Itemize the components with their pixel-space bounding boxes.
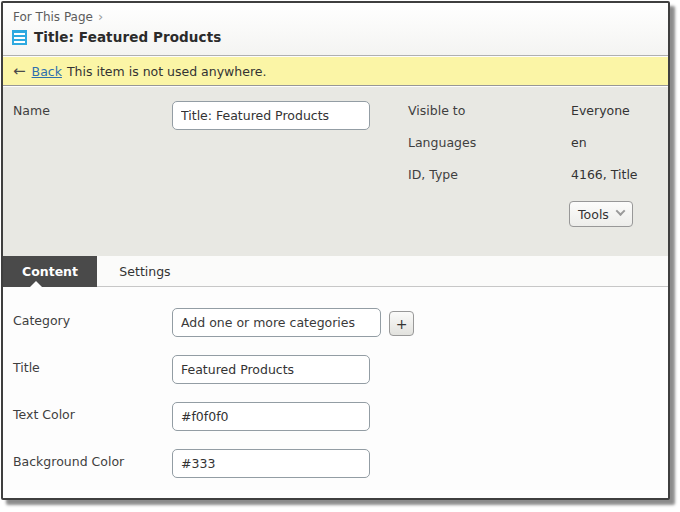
name-label: Name [13,103,50,118]
id-type-label: ID, Type [408,167,458,182]
breadcrumb: For This Page › [13,9,103,24]
visible-to-value: Everyone [571,103,630,118]
add-category-button[interactable]: + [389,311,414,336]
form-row-background-color: Background Color [3,449,668,479]
chevron-right-icon: › [98,9,103,24]
background-color-label: Background Color [13,454,124,469]
languages-label: Languages [408,135,476,150]
back-arrow-icon[interactable]: ← [13,64,26,79]
meta-panel: Name Visible to Everyone Languages en ID… [3,87,668,256]
content-form: Category + Title Text Color Background C… [3,288,668,498]
text-color-input[interactable] [172,402,370,431]
text-color-label: Text Color [13,407,75,422]
form-row-title: Title [3,355,668,385]
tools-button[interactable]: Tools [569,201,633,227]
title-label: Title [13,360,40,375]
chevron-down-icon [615,206,625,216]
category-input[interactable] [172,308,381,337]
title-input[interactable] [172,355,370,384]
form-row-category: Category + [3,308,668,338]
form-row-text-color: Text Color [3,402,668,432]
tab-content[interactable]: Content [3,256,97,287]
background-color-input[interactable] [172,449,370,478]
title-row: Title: Featured Products [12,29,221,45]
category-label: Category [13,313,70,328]
visible-to-label: Visible to [408,103,465,118]
breadcrumb-link[interactable]: For This Page [13,10,93,24]
notice-bar: ← Back This item is not used anywhere. [3,57,668,86]
header: For This Page › Title: Featured Products [3,3,668,56]
languages-value: en [571,135,587,150]
name-input[interactable] [172,101,370,130]
tools-button-label: Tools [578,207,609,222]
tab-bar: Content Settings [3,256,668,287]
back-link[interactable]: Back [32,64,62,79]
notice-message: This item is not used anywhere. [67,64,267,79]
page-title: Title: Featured Products [34,29,221,45]
id-type-value: 4166, Title [571,167,638,182]
tab-settings[interactable]: Settings [97,256,193,287]
editor-window: For This Page › Title: Featured Products… [1,1,670,500]
block-list-icon [12,30,27,45]
